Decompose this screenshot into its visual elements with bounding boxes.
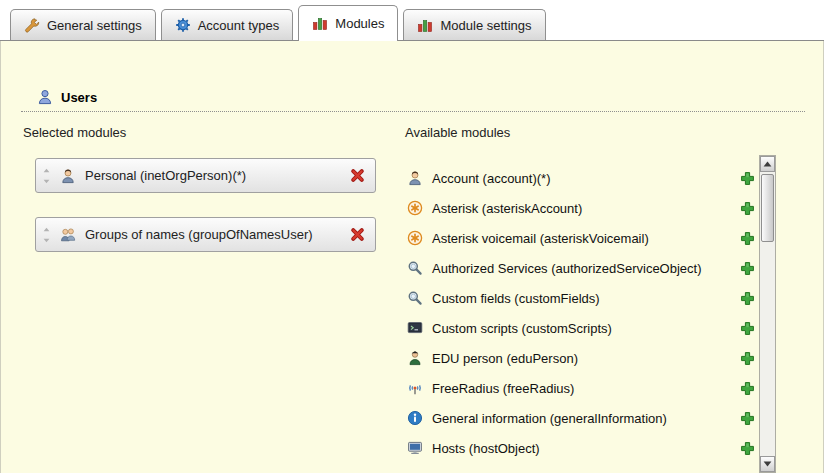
available-modules-list: Account (account)(*)Asterisk (asteriskAc… bbox=[407, 163, 755, 463]
add-module-button[interactable] bbox=[740, 411, 755, 426]
host-icon bbox=[407, 440, 423, 456]
available-module-row: Custom scripts (customScripts) bbox=[407, 313, 755, 343]
group-icon bbox=[60, 227, 76, 243]
add-module-button[interactable] bbox=[740, 261, 755, 276]
add-module-button[interactable] bbox=[740, 171, 755, 186]
tab-modules[interactable]: Modules bbox=[298, 5, 398, 41]
plus-icon bbox=[740, 351, 755, 366]
available-module-row: Hosts (hostObject) bbox=[407, 433, 755, 463]
plus-icon bbox=[740, 291, 755, 306]
scroll-down-button[interactable] bbox=[760, 456, 775, 472]
users-section-header: Users bbox=[37, 89, 97, 105]
person-icon bbox=[407, 170, 423, 186]
modules-icon bbox=[312, 15, 328, 31]
delete-icon bbox=[350, 227, 365, 242]
arrow-down-icon bbox=[763, 461, 772, 467]
radius-icon bbox=[407, 380, 423, 396]
magnifier-icon bbox=[407, 290, 423, 306]
remove-module-button[interactable] bbox=[350, 227, 365, 242]
module-label: Personal (inetOrgPerson)(*) bbox=[85, 168, 246, 183]
script-icon bbox=[407, 320, 423, 336]
selected-modules-heading: Selected modules bbox=[23, 125, 126, 140]
user-icon bbox=[37, 89, 53, 105]
person-icon bbox=[60, 168, 76, 184]
tab-account-types[interactable]: Account types bbox=[161, 9, 294, 40]
remove-module-button[interactable] bbox=[350, 168, 365, 183]
add-module-button[interactable] bbox=[740, 441, 755, 456]
available-module-row: Asterisk (asteriskAccount) bbox=[407, 193, 755, 223]
module-label: Hosts (hostObject) bbox=[432, 441, 540, 456]
module-label: Asterisk voicemail (asteriskVoicemail) bbox=[432, 231, 649, 246]
content-area: Users Selected modules Available modules… bbox=[0, 41, 824, 473]
add-module-button[interactable] bbox=[740, 231, 755, 246]
info-icon bbox=[407, 410, 423, 426]
tab-general-settings[interactable]: General settings bbox=[10, 9, 156, 40]
scroll-up-button[interactable] bbox=[760, 156, 775, 172]
lam-configuration-page: { "tabs": [ {"label": "General settings"… bbox=[0, 0, 824, 473]
selected-module-row[interactable]: Personal (inetOrgPerson)(*) bbox=[35, 158, 376, 193]
section-title: Users bbox=[61, 90, 97, 105]
tab-label: General settings bbox=[47, 18, 142, 33]
drag-handle-icon[interactable] bbox=[42, 168, 51, 184]
available-module-row: FreeRadius (freeRadius) bbox=[407, 373, 755, 403]
asterisk-icon bbox=[407, 230, 423, 246]
modules-icon bbox=[417, 17, 433, 33]
tab-label: Modules bbox=[335, 16, 384, 31]
plus-icon bbox=[740, 231, 755, 246]
module-label: EDU person (eduPerson) bbox=[432, 351, 578, 366]
available-module-row: Asterisk voicemail (asteriskVoicemail) bbox=[407, 223, 755, 253]
module-label: General information (generalInformation) bbox=[432, 411, 667, 426]
available-module-row: Authorized Services (authorizedServiceOb… bbox=[407, 253, 755, 283]
plus-icon bbox=[740, 411, 755, 426]
available-module-row: Custom fields (customFields) bbox=[407, 283, 755, 313]
available-module-row: Account (account)(*) bbox=[407, 163, 755, 193]
add-module-button[interactable] bbox=[740, 291, 755, 306]
add-module-button[interactable] bbox=[740, 321, 755, 336]
plus-icon bbox=[740, 201, 755, 216]
add-module-button[interactable] bbox=[740, 201, 755, 216]
module-label: FreeRadius (freeRadius) bbox=[432, 381, 574, 396]
module-label: Asterisk (asteriskAccount) bbox=[432, 201, 582, 216]
tab-label: Account types bbox=[198, 18, 280, 33]
tab-label: Module settings bbox=[440, 18, 531, 33]
module-label: Custom scripts (customScripts) bbox=[432, 321, 612, 336]
plus-icon bbox=[740, 171, 755, 186]
available-modules-scrollbar[interactable] bbox=[759, 155, 776, 473]
plus-icon bbox=[740, 321, 755, 336]
tab-module-settings[interactable]: Module settings bbox=[403, 9, 545, 40]
asterisk-icon bbox=[407, 200, 423, 216]
magnifier-icon bbox=[407, 260, 423, 276]
plus-icon bbox=[740, 261, 755, 276]
module-label: Groups of names (groupOfNamesUser) bbox=[85, 227, 313, 242]
selected-modules-list: Personal (inetOrgPerson)(*)Groups of nam… bbox=[35, 158, 376, 276]
arrow-up-icon bbox=[763, 161, 772, 167]
tab-bar: General settingsAccount typesModulesModu… bbox=[0, 0, 824, 41]
scrollbar-thumb[interactable] bbox=[761, 174, 774, 242]
module-label: Account (account)(*) bbox=[432, 171, 551, 186]
add-module-button[interactable] bbox=[740, 351, 755, 366]
available-module-row: General information (generalInformation) bbox=[407, 403, 755, 433]
available-module-row: EDU person (eduPerson) bbox=[407, 343, 755, 373]
plus-icon bbox=[740, 441, 755, 456]
module-label: Custom fields (customFields) bbox=[432, 291, 600, 306]
gear-icon bbox=[175, 17, 191, 33]
edu-icon bbox=[407, 350, 423, 366]
plus-icon bbox=[740, 381, 755, 396]
section-divider bbox=[21, 111, 805, 112]
add-module-button[interactable] bbox=[740, 381, 755, 396]
drag-handle-icon[interactable] bbox=[42, 227, 51, 243]
available-modules-heading: Available modules bbox=[405, 125, 510, 140]
delete-icon bbox=[350, 168, 365, 183]
module-label: Authorized Services (authorizedServiceOb… bbox=[432, 261, 702, 276]
selected-module-row[interactable]: Groups of names (groupOfNamesUser) bbox=[35, 217, 376, 252]
tools-icon bbox=[24, 17, 40, 33]
